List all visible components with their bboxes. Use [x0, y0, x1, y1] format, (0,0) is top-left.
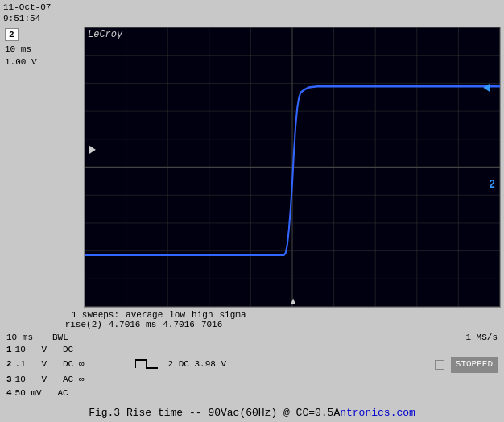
- channel-info: 10 ms 1.00 V: [5, 43, 37, 69]
- measurements-header: 1 sweeps: average low high sigma: [6, 310, 498, 320]
- average-val: 4.7016 ms: [109, 320, 156, 329]
- status-right: 1 MS/s: [465, 333, 498, 342]
- scope-area: 2 10 ms 1.00 V LeCroy: [0, 27, 504, 308]
- caption-suffix: ntronics.com: [340, 407, 415, 419]
- stopped-badge: STOPPED: [451, 357, 498, 373]
- svg-text:◄: ◄: [483, 79, 490, 96]
- sigma-label: sigma: [219, 310, 246, 320]
- measurements-bar: 1 sweeps: average low high sigma rise(2)…: [0, 308, 504, 331]
- ch4-row: 4 50 mV AC: [6, 387, 498, 401]
- param-label: rise(2): [6, 320, 102, 329]
- ch2-dc-info: 2 DC 3.98 V: [167, 358, 226, 372]
- average-label: average: [126, 310, 163, 320]
- status-row1: 10 ms BWL 1 MS/s: [6, 333, 498, 342]
- date: 11-Oct-07: [3, 2, 51, 12]
- main-container: 11-Oct-07 9:51:54 2 10 ms 1.00 V LeCroy: [0, 0, 504, 422]
- time: 9:51:54: [3, 14, 40, 23]
- bwl-label: BWL: [52, 333, 68, 342]
- sweeps-label: [6, 310, 65, 320]
- sweeps-val: 1 sweeps:: [72, 310, 119, 320]
- left-panel: 2 10 ms 1.00 V: [3, 27, 84, 308]
- low-val: 4.7016: [163, 320, 195, 329]
- scope-screen: LeCroy: [84, 27, 501, 308]
- sigma-val: - - -: [229, 320, 255, 329]
- time-div-status: 10 ms: [6, 333, 33, 342]
- sample-rate: 1 MS/s: [465, 333, 498, 342]
- caption: Fig.3 Rise time -- 90Vac(60Hz) @ CC=0.5A…: [0, 403, 504, 422]
- measurements-values: rise(2) 4.7016 ms 4.7016 7016 - - -: [6, 320, 498, 329]
- svg-text:►: ►: [89, 141, 96, 158]
- high-label: high: [192, 310, 213, 320]
- timestamp: 11-Oct-07 9:51:54: [3, 2, 51, 25]
- caption-text: Fig.3 Rise time -- 90Vac(60Hz) @ CC=0.5A: [89, 407, 340, 419]
- low-label: low: [169, 310, 185, 320]
- scope-svg: ► ◄ ▲ 2: [85, 27, 500, 307]
- ch3-row: 3 10 V AC ∞: [6, 373, 498, 387]
- stopped-area: STOPPED: [435, 357, 498, 373]
- high-val: 7016: [201, 320, 222, 329]
- stopped-indicator: [435, 360, 444, 370]
- time-div: 10 ms: [5, 43, 37, 56]
- volt-div: 1.00 V: [5, 56, 37, 69]
- ch2-row: 2 .1 V DC ∞ 2 DC 3.98 V STOPPED: [6, 357, 498, 373]
- channel-rows: 1 10 V DC 2 .1 V DC ∞ 2 DC 3.98 V STOPPE…: [6, 343, 498, 401]
- svg-text:2: 2: [490, 177, 495, 192]
- channel-badge: 2: [5, 28, 19, 41]
- bottom-status: 10 ms BWL 1 MS/s 1 10 V DC 2 .1 V DC ∞: [0, 331, 504, 403]
- top-bar: 11-Oct-07 9:51:54: [0, 0, 504, 27]
- svg-text:▲: ▲: [291, 296, 295, 307]
- ch1-row: 1 10 V DC: [6, 343, 498, 358]
